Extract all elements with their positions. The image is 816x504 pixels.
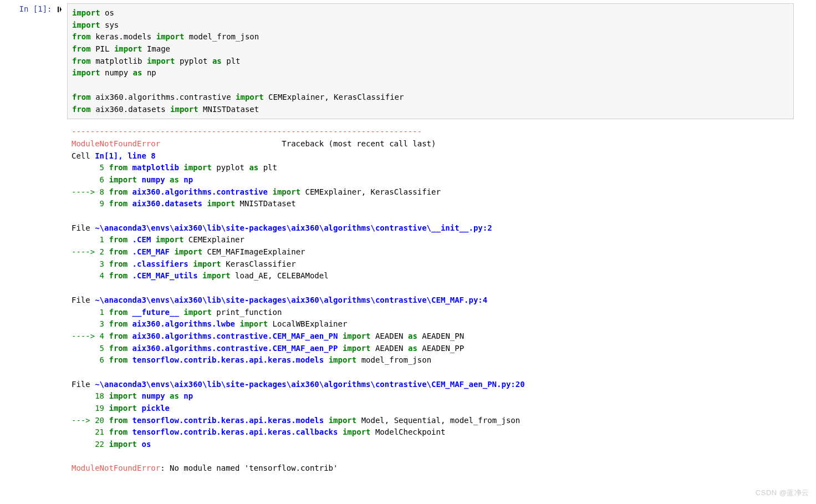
traceback-file: ~\anaconda3\envs\aix360\lib\site-package… xyxy=(95,296,487,304)
output-cell: ----------------------------------------… xyxy=(0,119,816,475)
traceback-file: ~\anaconda3\envs\aix360\lib\site-package… xyxy=(95,223,492,232)
code-input[interactable]: import os import sys from keras.models i… xyxy=(67,3,794,119)
code-cell: In [1]: import os import sys from keras.… xyxy=(0,0,816,119)
error-name: ModuleNotFoundError xyxy=(72,139,160,148)
final-error-name: ModuleNotFoundError xyxy=(72,464,160,472)
final-error-msg: : No module named 'tensorflow.contrib' xyxy=(160,464,338,472)
prompt-area: In [1]: xyxy=(0,3,67,119)
output-prompt-spacer xyxy=(0,123,67,475)
traceback-output: ----------------------------------------… xyxy=(67,123,794,475)
prompt-label: In [1]: xyxy=(19,4,52,13)
traceback-label: Traceback (most recent call last) xyxy=(282,139,436,148)
run-icon[interactable] xyxy=(57,3,64,16)
error-separator: ----------------------------------------… xyxy=(72,127,422,136)
traceback-file: ~\anaconda3\envs\aix360\lib\site-package… xyxy=(95,380,524,389)
